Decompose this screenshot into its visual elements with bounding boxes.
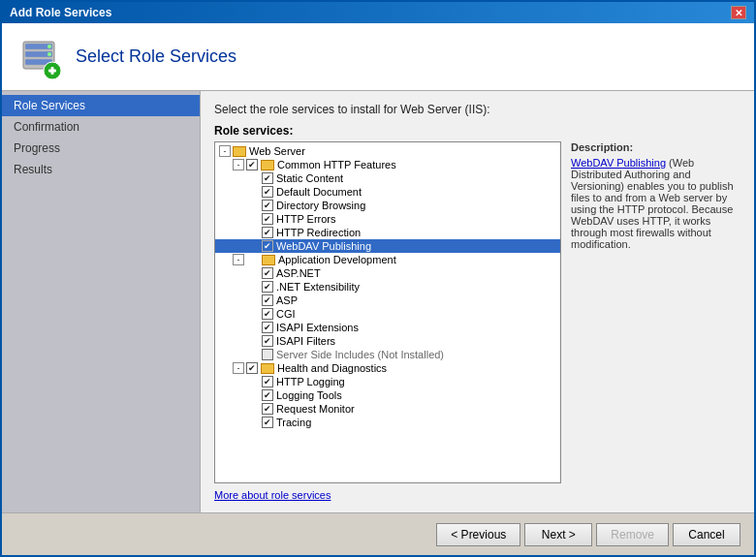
window-title: Add Role Services xyxy=(10,6,111,19)
next-button[interactable]: Next > xyxy=(524,523,592,546)
tree-row-app-dev[interactable]: - Application Development xyxy=(215,253,560,266)
checkbox-aspnet[interactable]: ✔ xyxy=(262,267,273,279)
role-services-tree[interactable]: - Web Server - ✔ Common HTTP Features xyxy=(214,141,561,483)
previous-button[interactable]: < Previous xyxy=(436,523,520,546)
description-panel: Description: WebDAV Publishing (Web Dist… xyxy=(571,141,740,483)
close-button[interactable]: ✕ xyxy=(731,6,746,19)
svg-point-4 xyxy=(47,45,51,48)
checkbox-health[interactable]: ✔ xyxy=(246,362,258,374)
checkbox-http-logging[interactable]: ✔ xyxy=(262,376,273,387)
checkbox-net-ext[interactable]: ✔ xyxy=(262,281,273,293)
label-dir-browsing: Directory Browsing xyxy=(276,200,365,211)
sidebar-item-role-services[interactable]: Role Services xyxy=(2,95,200,116)
tree-row-request-monitor[interactable]: ✔ Request Monitor xyxy=(215,402,560,416)
checkbox-common-http[interactable]: ✔ xyxy=(246,159,258,170)
sidebar-item-confirmation[interactable]: Confirmation xyxy=(2,116,200,138)
label-common-http: Common HTTP Features xyxy=(277,159,396,170)
expand-icon-common-http[interactable]: - xyxy=(233,159,244,170)
tree-row-health-diag[interactable]: - ✔ Health and Diagnostics xyxy=(215,361,560,375)
tree-row-tracing[interactable]: ✔ Tracing xyxy=(215,416,560,429)
header-icon xyxy=(17,34,64,80)
label-net-ext: .NET Extensibility xyxy=(276,281,360,293)
description-link[interactable]: WebDAV Publishing xyxy=(571,157,666,169)
tree-row-default-doc[interactable]: ✔ Default Document xyxy=(215,185,560,199)
folder-icon-web-server xyxy=(233,146,246,157)
remove-button[interactable]: Remove xyxy=(596,523,669,546)
checkbox-isapi-filters[interactable]: ✔ xyxy=(262,335,273,347)
checkbox-request-monitor[interactable]: ✔ xyxy=(262,403,273,415)
cancel-button[interactable]: Cancel xyxy=(673,523,740,546)
description-body-text: (Web Distributed Authoring and Versionin… xyxy=(571,157,734,250)
label-health: Health and Diagnostics xyxy=(277,362,387,374)
label-static-content: Static Content xyxy=(276,172,343,184)
label-http-logging: HTTP Logging xyxy=(276,376,345,387)
svg-point-5 xyxy=(47,52,51,56)
checkbox-default-doc[interactable]: ✔ xyxy=(262,186,273,198)
checkbox-isapi-ext[interactable]: ✔ xyxy=(262,322,273,333)
checkbox-tracing[interactable]: ✔ xyxy=(262,417,273,428)
checkbox-webdav[interactable]: ✔ xyxy=(262,240,273,252)
label-isapi-ext: ISAPI Extensions xyxy=(276,322,359,333)
content-area: Role Services Confirmation Progress Resu… xyxy=(2,91,754,512)
sidebar-item-progress[interactable]: Progress xyxy=(2,138,200,159)
checkbox-ssi[interactable] xyxy=(262,349,273,360)
checkbox-logging-tools[interactable]: ✔ xyxy=(262,389,273,401)
label-http-redirect: HTTP Redirection xyxy=(276,227,361,238)
tree-row-http-redirect[interactable]: ✔ HTTP Redirection xyxy=(215,226,560,239)
role-services-label: Role services: xyxy=(214,124,740,138)
header-title: Select Role Services xyxy=(76,46,236,67)
tree-row-http-logging[interactable]: ✔ HTTP Logging xyxy=(215,375,560,388)
label-ssi: Server Side Includes (Not Installed) xyxy=(276,349,444,360)
tree-row-isapi-filters[interactable]: ✔ ISAPI Filters xyxy=(215,334,560,348)
label-cgi: CGI xyxy=(276,308,296,320)
tree-row-asp[interactable]: ✔ ASP xyxy=(215,294,560,307)
label-http-errors: HTTP Errors xyxy=(276,213,336,225)
folder-icon-health xyxy=(261,363,274,374)
sidebar: Role Services Confirmation Progress Resu… xyxy=(2,91,201,512)
label-app-dev: Application Development xyxy=(278,254,396,265)
label-aspnet: ASP.NET xyxy=(276,267,321,279)
two-col-layout: - Web Server - ✔ Common HTTP Features xyxy=(214,141,740,483)
tree-row-dir-browsing[interactable]: ✔ Directory Browsing xyxy=(215,199,560,212)
main-window: Add Role Services ✕ Select Role Services xyxy=(0,0,756,557)
folder-icon-app-dev xyxy=(262,255,275,265)
main-description: Select the role services to install for … xyxy=(214,103,740,116)
tree-row-logging-tools[interactable]: ✔ Logging Tools xyxy=(215,388,560,402)
footer: < Previous Next > Remove Cancel xyxy=(2,512,754,555)
label-asp: ASP xyxy=(276,294,298,306)
tree-row-net-ext[interactable]: ✔ .NET Extensibility xyxy=(215,280,560,294)
label-logging-tools: Logging Tools xyxy=(276,389,342,401)
tree-row-isapi-ext[interactable]: ✔ ISAPI Extensions xyxy=(215,321,560,334)
description-body: WebDAV Publishing (Web Distributed Autho… xyxy=(571,157,740,250)
label-request-monitor: Request Monitor xyxy=(276,403,355,415)
tree-row-common-http[interactable]: - ✔ Common HTTP Features xyxy=(215,158,560,171)
checkbox-http-redirect[interactable]: ✔ xyxy=(262,227,273,238)
tree-row-ssi[interactable]: Server Side Includes (Not Installed) xyxy=(215,348,560,361)
label-isapi-filters: ISAPI Filters xyxy=(276,335,335,347)
main-content: Select the role services to install for … xyxy=(201,91,754,512)
tree-row-web-server[interactable]: - Web Server xyxy=(215,144,560,158)
label-web-server: Web Server xyxy=(249,145,305,157)
checkbox-http-errors[interactable]: ✔ xyxy=(262,213,273,225)
checkbox-cgi[interactable]: ✔ xyxy=(262,308,273,320)
svg-rect-8 xyxy=(51,67,54,75)
description-label: Description: xyxy=(571,141,740,153)
checkbox-dir-browsing[interactable]: ✔ xyxy=(262,200,273,211)
expand-icon-app-dev[interactable]: - xyxy=(233,254,244,265)
tree-row-aspnet[interactable]: ✔ ASP.NET xyxy=(215,266,560,280)
tree-row-static-content[interactable]: ✔ Static Content xyxy=(215,171,560,185)
expand-icon-web-server[interactable]: - xyxy=(219,145,231,157)
title-bar: Add Role Services ✕ xyxy=(2,2,754,23)
header-section: Select Role Services xyxy=(2,23,754,91)
expand-icon-health[interactable]: - xyxy=(233,362,244,374)
label-tracing: Tracing xyxy=(276,417,311,428)
checkbox-static-content[interactable]: ✔ xyxy=(262,172,273,184)
tree-row-cgi[interactable]: ✔ CGI xyxy=(215,307,560,321)
checkbox-asp[interactable]: ✔ xyxy=(262,294,273,306)
more-about-role-services-link[interactable]: More about role services xyxy=(214,489,740,501)
sidebar-item-results[interactable]: Results xyxy=(2,159,200,180)
label-default-doc: Default Document xyxy=(276,186,362,198)
tree-row-http-errors[interactable]: ✔ HTTP Errors xyxy=(215,212,560,226)
tree-row-webdav[interactable]: ✔ WebDAV Publishing xyxy=(215,239,560,253)
folder-icon-common-http xyxy=(261,160,274,170)
